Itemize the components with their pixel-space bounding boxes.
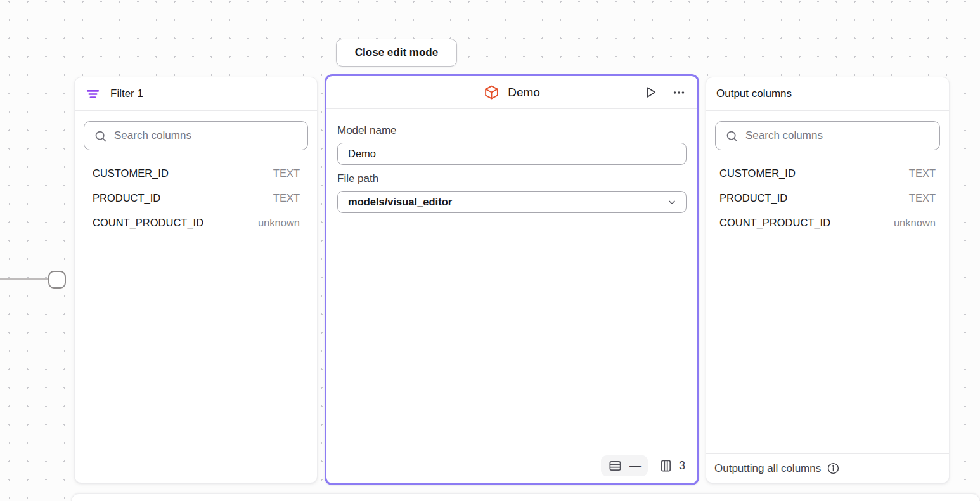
more-options-button[interactable] xyxy=(671,84,687,101)
column-type: TEXT xyxy=(909,167,936,179)
filter-search-box xyxy=(84,121,308,150)
file-path-label: File path xyxy=(337,172,687,185)
column-count-value: 3 xyxy=(679,459,685,472)
run-model-button[interactable] xyxy=(642,84,659,101)
close-edit-mode-button[interactable]: Close edit mode xyxy=(336,39,457,67)
row-count-value: — xyxy=(629,459,641,472)
connector-edge xyxy=(0,278,49,280)
search-icon xyxy=(725,129,738,143)
info-icon[interactable] xyxy=(827,462,840,475)
output-footer-text: Outputting all columns xyxy=(714,462,821,475)
model-name-label: Model name xyxy=(337,124,687,137)
output-columns-title: Output columns xyxy=(716,88,792,100)
column-type: unknown xyxy=(258,217,300,229)
file-path-value: models/visual_editor xyxy=(348,196,452,208)
column-name: CUSTOMER_ID xyxy=(93,167,169,179)
model-name-input[interactable] xyxy=(337,143,687,165)
output-footer: Outputting all columns xyxy=(706,453,949,483)
output-columns-header: Output columns xyxy=(706,77,949,111)
column-name: PRODUCT_ID xyxy=(719,192,787,204)
column-row[interactable]: COUNT_PRODUCT_ID unknown xyxy=(706,211,949,235)
row-count-toggle[interactable]: — xyxy=(601,455,648,476)
column-type: TEXT xyxy=(273,192,300,204)
column-type: TEXT xyxy=(273,167,300,179)
column-type: unknown xyxy=(894,217,936,229)
model-node-card[interactable]: Demo Mo xyxy=(325,74,699,485)
search-icon xyxy=(94,129,107,143)
filter-search-input[interactable] xyxy=(114,129,298,142)
column-name: COUNT_PRODUCT_ID xyxy=(719,217,830,229)
rows-icon xyxy=(608,459,622,473)
filter-lines-icon xyxy=(85,86,101,102)
filter-node-header: Filter 1 xyxy=(75,77,317,111)
output-column-list: CUSTOMER_ID TEXT PRODUCT_ID TEXT COUNT_P… xyxy=(706,161,949,235)
column-row[interactable]: PRODUCT_ID TEXT xyxy=(706,186,949,211)
filter-node-title: Filter 1 xyxy=(110,88,143,100)
column-name: CUSTOMER_ID xyxy=(719,167,796,179)
column-row[interactable]: CUSTOMER_ID TEXT xyxy=(706,161,949,186)
play-icon xyxy=(643,85,658,100)
column-name: COUNT_PRODUCT_ID xyxy=(93,217,203,229)
column-type: TEXT xyxy=(909,192,936,204)
model-footer: — 3 xyxy=(601,455,687,476)
output-columns-card[interactable]: Output columns CUSTOMER_ID TEXT PRODUCT_… xyxy=(706,77,950,483)
file-path-select[interactable]: models/visual_editor xyxy=(337,191,687,213)
connection-handle[interactable] xyxy=(48,271,66,289)
ellipsis-icon xyxy=(672,86,686,100)
model-node-header: Demo xyxy=(326,76,697,109)
column-row[interactable]: CUSTOMER_ID TEXT xyxy=(75,161,317,186)
chevron-down-icon xyxy=(667,197,677,207)
cube-icon xyxy=(484,84,500,100)
column-count-toggle[interactable]: 3 xyxy=(657,455,687,476)
model-node-title: Demo xyxy=(508,86,540,100)
output-search-box xyxy=(715,121,940,150)
columns-icon xyxy=(659,459,673,473)
column-row[interactable]: COUNT_PRODUCT_ID unknown xyxy=(75,211,317,235)
filter-node-card[interactable]: Filter 1 CUSTOMER_ID TEXT PRODUCT_ID T xyxy=(74,77,318,483)
column-name: PRODUCT_ID xyxy=(93,192,160,204)
editor-canvas: Close edit mode Filter 1 xyxy=(0,0,980,501)
output-search-input[interactable] xyxy=(745,129,930,142)
results-panel-edge[interactable] xyxy=(71,493,980,501)
column-row[interactable]: PRODUCT_ID TEXT xyxy=(75,186,317,211)
filter-column-list: CUSTOMER_ID TEXT PRODUCT_ID TEXT COUNT_P… xyxy=(75,161,317,235)
